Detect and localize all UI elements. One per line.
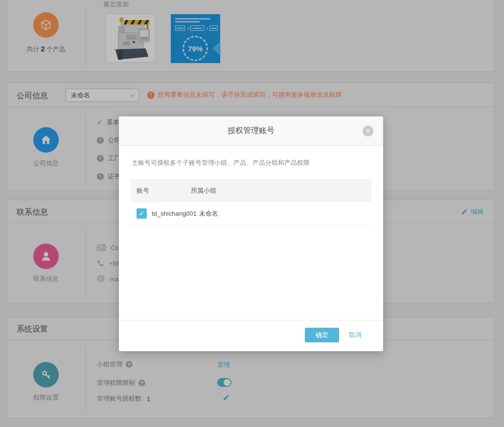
column-group: 所属小组 [191, 179, 216, 202]
account-group: 未命名 [199, 210, 218, 217]
accounts-table: 账号 所属小组 ✓ td_shichang001未命名 [131, 179, 371, 225]
modal-footer-divider [119, 320, 383, 320]
authorize-accounts-modal: 授权管理账号 ✕ 主账号可授权多个子账号管理小组、产品、产品分组和产品权限 账号… [119, 116, 383, 351]
account-checkbox[interactable]: ✓ [137, 208, 147, 219]
cancel-button[interactable]: 取消 [349, 328, 362, 342]
column-account: 账号 [137, 179, 149, 202]
modal-title: 授权管理账号 [119, 116, 383, 145]
account-name: td_shichang001 [152, 210, 197, 217]
page: 共计2个产品 最近添加 [0, 0, 504, 427]
table-header: 账号 所属小组 [131, 179, 371, 202]
close-icon[interactable]: ✕ [363, 126, 373, 136]
modal-description: 主账号可授权多个子账号管理小组、产品、产品分组和产品权限 [132, 158, 310, 167]
modal-header: 授权管理账号 ✕ [119, 116, 383, 146]
account-row-text: td_shichang001未命名 [152, 202, 218, 225]
table-row: ✓ td_shichang001未命名 [131, 202, 371, 225]
confirm-button[interactable]: 确定 [305, 328, 339, 342]
